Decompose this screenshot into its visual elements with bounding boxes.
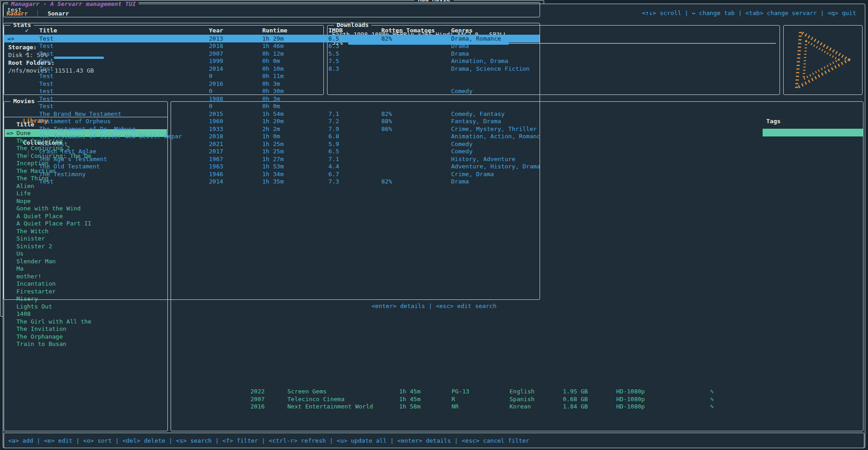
result-runtime: 0h 10m [262,65,284,73]
result-imdb: 7.2 [328,117,339,125]
result-year: 2017 [209,147,223,155]
result-runtime: 1h 25m [262,147,284,155]
pencil-icon[interactable]: ✎ [710,395,714,403]
result-title: Test [39,102,53,110]
result-genres: Comedy, Fantasy [451,110,504,118]
result-genres: Drama [451,178,469,185]
result-imdb: 7.9 [328,125,339,133]
movie-file-row[interactable]: 2022 Screen Gems 1h 45m PG-13 English 1.… [0,387,868,395]
search-result-row[interactable]: Test 0 0h 11m [4,72,540,80]
search-result-row[interactable]: The Old Testament 1963 1h 53m 4.4 Advent… [4,162,540,170]
tab-sonarr[interactable]: Sonarr [47,10,69,17]
result-year: 2018 [209,132,223,140]
result-genres: Comedy [451,147,473,155]
pencil-icon[interactable]: ✎ [710,387,714,395]
result-year: 2014 [209,178,223,185]
result-year: 2018 [209,42,223,50]
search-result-row[interactable]: Test 2014 0h 10m 8.3 Drama, Science Fict… [4,65,540,73]
search-result-row[interactable]: => Test 2013 1h 29m 6.5 82% Drama, Roman… [4,35,540,42]
movie-list-item[interactable]: The Orphanage [5,333,167,340]
result-runtime: 0h 3m [262,95,280,103]
runtime-column-header: Runtime [262,26,287,34]
search-result-row[interactable]: Test 1999 0h 0m 7.5 Animation, Drama [4,57,540,65]
result-year: 1967 [209,155,223,163]
result-year: 2014 [209,65,223,73]
result-runtime: 0h 0m [262,57,280,65]
file-quality: HD-1080p [616,387,645,395]
file-size: 0.68 GB [563,395,588,403]
search-result-row[interactable]: Test 2018 1h 46m 6.3 Drama [4,42,540,50]
search-result-row[interactable]: The Test 2021 1h 25m 5.9 Comedy [4,140,540,148]
search-result-row[interactable]: The Testimony 1946 1h 34m 6.7 Crime, Dra… [4,170,540,178]
result-runtime: 0h 11m [262,72,284,80]
tags-selected-row[interactable] [763,129,863,136]
result-imdb: 4.4 [328,162,339,170]
search-result-row[interactable]: Test 2016 0h 3m [4,80,540,88]
tags-column-header: Tags [766,118,780,125]
file-runtime: 1h 45m [399,395,421,403]
result-runtime: 1h 34m [262,170,284,178]
result-imdb: 5.5 [328,50,339,58]
search-result-row[interactable]: The Brand New Testament 2015 1h 54m 7.1 … [4,110,540,118]
movie-title: The Invitation [16,325,67,333]
result-year: 0 [209,102,213,110]
pencil-icon[interactable]: ✎ [710,403,714,410]
result-title: The Testament of Sister New Devil: Depar [39,132,182,140]
search-result-row[interactable]: Test 1988 0h 3m [4,95,540,103]
movie-list-item[interactable]: 1408 [5,310,167,318]
movie-title: The Orphanage [16,333,63,340]
movie-list-item[interactable]: The Girl with All the [5,318,167,325]
download-progress-gauge-rest [509,43,776,44]
result-genres: Crime, Drama [451,170,494,178]
file-runtime: 1h 45m [399,387,421,395]
file-studio: Telecinco Cinema [287,395,344,403]
movie-title: 1408 [16,310,31,318]
search-result-row[interactable]: test 0 0h 30m Comedy [4,87,540,95]
result-runtime: 1h 35m [262,178,284,185]
result-runtime: 1h 54m [262,110,284,118]
movie-list-item[interactable]: Train to Busan [5,340,167,348]
search-result-row[interactable]: The Testament of Sister New Devil: Depar… [4,132,540,140]
file-year: 2016 [250,403,265,410]
result-year: 2016 [209,80,223,88]
result-genres: Drama, Science Fiction [451,65,530,73]
search-result-row[interactable]: Test 0 0h 0m [4,102,540,110]
file-language: Korean [509,403,531,410]
file-studio: Next Entertainment World [287,403,373,410]
popup-keybind-help: <enter> details | <esc> edit search [0,303,868,309]
movie-file-row[interactable]: 2016 Next Entertainment World 1h 58m NR … [0,403,868,410]
result-runtime: 1h 46m [262,42,284,50]
search-result-row[interactable]: ✓ Test 2007 0h 12m 5.5 Drama [4,50,540,58]
result-imdb: 6.8 [328,132,339,140]
search-result-row[interactable]: Crash Test Aglae 2017 1h 25m 6.5 Comedy [4,147,540,155]
result-genres: Animation, Action, Romance [451,132,540,140]
result-title: Test [39,178,53,185]
result-title: The Test [39,140,68,148]
result-genres: Comedy [451,87,473,95]
title-column-header: Title [39,26,57,34]
search-result-row[interactable]: Testament of Orpheus 1960 1h 20m 7.2 88%… [4,117,540,125]
result-genres: Comedy [451,140,473,148]
search-result-row[interactable]: The Aga's Testament 1967 1h 27m 7.1 Hist… [4,155,540,163]
genres-column-header: Genres [451,26,473,34]
result-genres: History, Adventure [451,155,515,163]
result-year: 2013 [209,35,223,42]
search-result-row[interactable]: The Testament of Dr. Mabuse 1933 2h 2m 7… [4,125,540,133]
result-rotten-tomatoes: 82% [381,178,392,185]
result-title: Testament of Orpheus [39,117,111,125]
result-genres: Drama [451,42,469,50]
result-year: 1946 [209,170,223,178]
result-rotten-tomatoes: 88% [381,117,392,125]
result-genres: Drama, Romance [451,35,501,42]
search-result-row[interactable]: Test 2014 1h 35m 7.3 82% Drama [4,178,540,185]
file-rating: R [452,395,455,403]
imdb-column-header: IMDB [328,26,343,34]
tab-radarr[interactable]: Radarr [6,10,28,17]
result-year: 1988 [209,95,223,103]
movie-list-item[interactable]: The Invitation [5,325,167,333]
result-title: Test [39,42,53,50]
movie-title: Train to Busan [16,340,67,348]
movie-file-row[interactable]: 2007 Telecinco Cinema 1h 45m R Spanish 0… [0,395,868,403]
file-year: 2007 [250,395,265,403]
result-imdb: 8.3 [328,65,339,73]
